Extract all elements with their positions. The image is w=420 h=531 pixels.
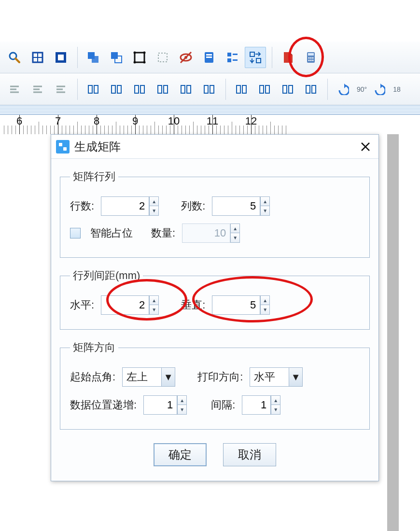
group-gap-legend: 行列间距(mm) — [70, 268, 143, 283]
dialog-title: 生成矩阵 — [74, 139, 352, 154]
doc-icon[interactable] — [198, 47, 220, 68]
gap-v-input[interactable] — [212, 295, 260, 315]
gap-h-up[interactable]: ▲ — [149, 295, 159, 305]
rotate-180-label: 18 — [393, 85, 401, 93]
step-label: 数据位置递增: — [70, 398, 137, 412]
pdf-icon[interactable] — [277, 47, 298, 68]
svg-rect-41 — [63, 147, 67, 151]
crop-icon[interactable] — [129, 47, 150, 68]
group-b-icon[interactable] — [106, 47, 127, 68]
rows-up[interactable]: ▲ — [149, 196, 159, 206]
group-direction: 矩阵方向 起始点角: 左上 ▼ 打印方向: 水平 ▼ 数据位置递增: ▲▼ 间隔… — [60, 340, 370, 430]
cols-spinner[interactable]: ▲▼ — [212, 196, 270, 216]
step-down[interactable]: ▼ — [177, 405, 187, 415]
align-right-icon[interactable] — [50, 79, 71, 100]
rotate-90-icon[interactable] — [333, 79, 354, 100]
smart-checkbox[interactable] — [70, 228, 81, 238]
group-rows-cols-legend: 矩阵行列 — [70, 169, 118, 184]
distribute-h-right-icon[interactable] — [106, 79, 127, 100]
align-left-icon[interactable] — [4, 79, 25, 100]
matrix-dialog: 生成矩阵 矩阵行列 行数: ▲▼ 列数: ▲▼ 智能占位 数量: — [51, 134, 379, 481]
step-spinner[interactable]: ▲▼ — [143, 395, 187, 415]
svg-rect-40 — [59, 143, 62, 146]
gap-v-up[interactable]: ▲ — [260, 295, 270, 305]
calc-icon[interactable] — [300, 47, 322, 68]
qty-down: ▼ — [230, 233, 240, 243]
qty-up: ▲ — [230, 224, 240, 233]
close-icon — [361, 142, 370, 152]
ruler-label: 9 — [132, 115, 138, 127]
qty-label: 数量: — [151, 226, 175, 240]
toolbar-main — [0, 42, 420, 73]
ruler-label: 8 — [94, 115, 99, 127]
rows-spinner[interactable]: ▲▼ — [101, 196, 159, 216]
spread-h-icon[interactable] — [231, 79, 252, 100]
interval-down[interactable]: ▼ — [271, 405, 280, 415]
ok-button[interactable]: 确定 — [154, 443, 207, 466]
group-rows-cols: 矩阵行列 行数: ▲▼ 列数: ▲▼ 智能占位 数量: ▲▼ — [60, 169, 370, 258]
dialog-icon — [56, 140, 70, 154]
gap-h-spinner[interactable]: ▲▼ — [101, 295, 159, 315]
ruler-label: 7 — [55, 115, 61, 127]
pattern-strip — [0, 105, 420, 115]
gap-h-label: 水平: — [70, 298, 94, 312]
gap-h-down[interactable]: ▼ — [149, 305, 159, 315]
dialog-titlebar[interactable]: 生成矩阵 — [51, 135, 378, 159]
print-dir-value: 水平 — [250, 368, 289, 386]
qty-spinner: ▲▼ — [182, 224, 240, 243]
eye-off-icon[interactable] — [175, 47, 196, 68]
cols-input[interactable] — [212, 196, 260, 216]
group-a-icon[interactable] — [83, 47, 104, 68]
snap-b-icon[interactable] — [198, 79, 220, 100]
chevron-down-icon[interactable]: ▼ — [161, 368, 175, 386]
zoom-icon[interactable] — [4, 47, 25, 68]
distribute-v-bottom-icon[interactable] — [152, 79, 173, 100]
close-button[interactable] — [357, 139, 374, 155]
ok-label: 确定 — [168, 447, 192, 462]
print-dir-select[interactable]: 水平 ▼ — [250, 367, 303, 387]
cols-up[interactable]: ▲ — [260, 196, 270, 206]
gap-v-label: 垂直: — [181, 298, 205, 312]
chain-v-icon[interactable] — [300, 79, 322, 100]
ruler: 6789101112 — [0, 115, 420, 134]
chevron-down-icon[interactable]: ▼ — [289, 368, 302, 386]
gap-v-spinner[interactable]: ▲▼ — [212, 295, 270, 315]
cancel-label: 取消 — [238, 447, 261, 462]
snap-a-icon[interactable] — [175, 79, 196, 100]
rows-input[interactable] — [101, 196, 149, 216]
interval-spinner[interactable]: ▲▼ — [242, 395, 280, 415]
toolbar-align: 90° 18 — [0, 73, 420, 105]
gap-h-input[interactable] — [101, 295, 149, 315]
group-gap: 行列间距(mm) 水平: ▲▼ 垂直: ▲▼ — [60, 268, 370, 330]
interval-up[interactable]: ▲ — [271, 395, 280, 405]
cols-down[interactable]: ▼ — [260, 206, 270, 216]
list-icon[interactable] — [222, 47, 243, 68]
frame-icon[interactable] — [152, 47, 173, 68]
qty-input — [182, 224, 230, 243]
fit-icon[interactable] — [27, 47, 48, 68]
start-corner-select[interactable]: 左上 ▼ — [122, 367, 175, 387]
print-dir-label: 打印方向: — [197, 370, 243, 384]
interval-input[interactable] — [242, 395, 271, 415]
rows-down[interactable]: ▼ — [149, 206, 159, 216]
ruler-label: 6 — [16, 115, 22, 127]
align-center-icon[interactable] — [27, 79, 48, 100]
rotate-180-icon[interactable] — [369, 79, 390, 100]
matrix-icon[interactable] — [245, 47, 266, 68]
distribute-v-top-icon[interactable] — [129, 79, 150, 100]
spread-v-icon[interactable] — [254, 79, 275, 100]
rows-label: 行数: — [70, 199, 94, 213]
start-corner-label: 起始点角: — [70, 370, 115, 384]
chain-h-icon[interactable] — [277, 79, 298, 100]
step-up[interactable]: ▲ — [177, 395, 187, 405]
cancel-button[interactable]: 取消 — [223, 443, 276, 466]
start-corner-value: 左上 — [123, 368, 161, 386]
step-input[interactable] — [143, 395, 177, 415]
interval-label: 间隔: — [211, 398, 235, 412]
smart-label: 智能占位 — [90, 226, 133, 240]
gap-v-down[interactable]: ▼ — [260, 305, 270, 315]
fitall-icon[interactable] — [50, 47, 71, 68]
toolbar-spacer — [0, 0, 420, 42]
distribute-h-left-icon[interactable] — [83, 79, 104, 100]
rotate-90-label: 90° — [357, 85, 367, 93]
